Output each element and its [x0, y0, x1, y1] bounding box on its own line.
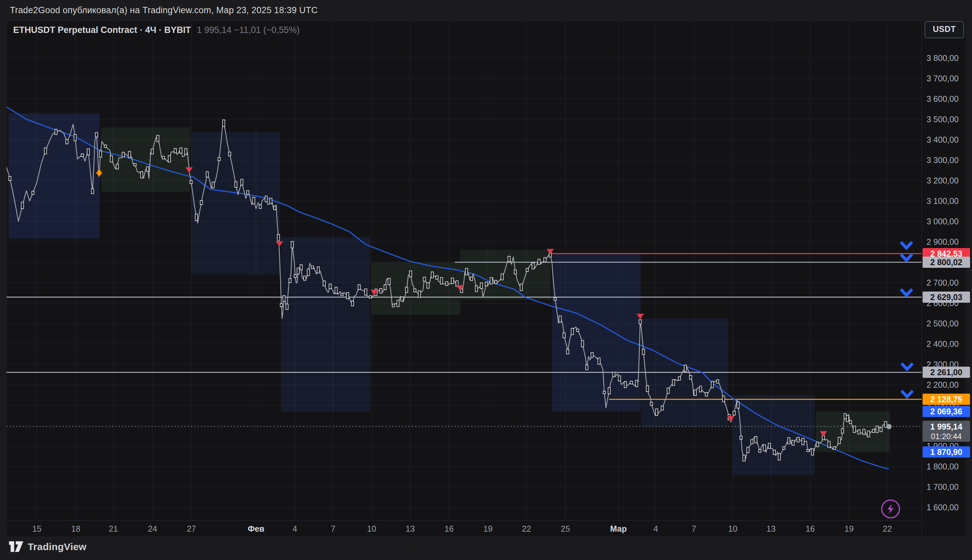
- candle-body: [495, 280, 497, 283]
- candle-body: [87, 149, 90, 155]
- chevron-down-icon[interactable]: [901, 242, 912, 248]
- candle-body: [253, 197, 255, 204]
- candle-body: [508, 256, 510, 262]
- candle-body: [667, 388, 670, 393]
- candle-body: [475, 286, 478, 292]
- candle-body: [414, 289, 416, 292]
- time-tick: 4: [654, 524, 658, 533]
- plot-area[interactable]: [6, 20, 922, 520]
- candle-body: [283, 295, 285, 302]
- candle-body: [591, 352, 594, 357]
- candle-body: [880, 428, 882, 432]
- candle-body: [598, 358, 600, 364]
- candle-body: [335, 287, 337, 294]
- time-axis[interactable]: 1518212427Фев47101316192225Мар4710131619…: [7, 520, 922, 537]
- candle-body: [520, 284, 523, 290]
- candle-body: [717, 380, 719, 383]
- time-tick: 4: [293, 524, 297, 533]
- candle-body: [876, 426, 879, 433]
- candle-body: [358, 285, 360, 290]
- candle-body: [274, 206, 276, 210]
- candle-body: [867, 431, 870, 437]
- candle-body: [212, 182, 215, 188]
- price-tick: 2 700,00: [927, 278, 959, 288]
- candle-body: [639, 320, 642, 324]
- candle-body: [380, 288, 382, 293]
- candle-body: [168, 155, 171, 162]
- tradingview-logo-icon: [8, 541, 24, 553]
- candle-body: [259, 205, 262, 208]
- candle-body: [218, 157, 220, 161]
- candle-body: [743, 455, 745, 461]
- time-tick: 18: [71, 524, 80, 533]
- chart-legend[interactable]: ETHUSDT Perpetual Contract · 4Ч · BYBIT1…: [13, 25, 300, 35]
- price-axis[interactable]: 3 800,003 700,003 600,003 500,003 400,00…: [922, 0, 972, 560]
- candle-body: [9, 177, 11, 180]
- price-tick: 2 200,00: [927, 380, 959, 390]
- candle-body: [759, 449, 761, 452]
- blue-zone-box: [191, 132, 280, 274]
- candle-body: [828, 441, 830, 447]
- candle-body: [384, 285, 387, 290]
- candle-body: [554, 298, 557, 300]
- price-label-2800.02: 2 800,02: [923, 257, 970, 268]
- candle-body: [294, 275, 297, 278]
- candle-body: [582, 341, 584, 347]
- time-tick: 21: [109, 524, 118, 533]
- chevron-down-icon[interactable]: [901, 289, 912, 295]
- candle-body: [723, 396, 725, 402]
- candle-body: [291, 242, 293, 248]
- candle-body: [116, 164, 118, 169]
- candle-body: [679, 377, 681, 380]
- candle-body: [619, 376, 621, 381]
- candle-body: [613, 372, 615, 377]
- lightning-button[interactable]: [882, 500, 900, 518]
- chevron-down-icon[interactable]: [902, 391, 913, 397]
- price-chart-canvas[interactable]: [0, 0, 972, 560]
- time-tick: 25: [561, 524, 570, 533]
- price-tick: 3 000,00: [927, 217, 959, 226]
- candle-body: [603, 391, 605, 394]
- candle-body: [833, 447, 835, 449]
- candle-body: [105, 145, 107, 148]
- candle-body: [180, 148, 182, 153]
- candle-body: [436, 276, 438, 279]
- candle-body: [317, 267, 320, 273]
- candle-body: [842, 428, 844, 433]
- candle-body: [347, 293, 349, 299]
- candle-body: [92, 189, 94, 194]
- time-tick: 19: [844, 524, 854, 533]
- candle-body: [563, 333, 565, 338]
- time-tick: 7: [331, 524, 335, 533]
- candle-body: [297, 268, 300, 274]
- candle-body: [783, 447, 785, 449]
- candle-body: [847, 415, 849, 422]
- candle-body: [410, 271, 412, 277]
- candle-body: [514, 270, 517, 274]
- price-label-2261: 2 261,00: [923, 367, 970, 378]
- candle-body: [418, 291, 421, 297]
- candle-body: [241, 179, 243, 185]
- candle-body: [228, 152, 231, 156]
- candle-body: [22, 202, 24, 209]
- currency-unit-button[interactable]: USDT: [925, 21, 964, 38]
- time-tick: 13: [405, 524, 415, 533]
- candle-body: [311, 266, 313, 268]
- price-tick: 3 800,00: [927, 53, 959, 63]
- candle-body: [538, 259, 540, 265]
- candle-body: [650, 402, 653, 405]
- candle-body: [392, 304, 395, 307]
- candle-body: [95, 132, 98, 137]
- candle-body: [265, 196, 268, 202]
- candle-body: [365, 289, 367, 295]
- candle-body: [74, 134, 77, 141]
- candle-body: [440, 277, 443, 284]
- tradingview-logo[interactable]: TradingView: [8, 541, 86, 553]
- candle-body: [431, 272, 433, 278]
- chevron-down-icon[interactable]: [901, 254, 912, 260]
- price-tick: 2 500,00: [927, 318, 959, 328]
- blue-zone-box: [8, 113, 100, 238]
- candle-body: [700, 386, 702, 392]
- legend-symbol: ETHUSDT Perpetual Contract · 4Ч · BYBIT: [13, 25, 191, 35]
- candle-body: [642, 349, 645, 355]
